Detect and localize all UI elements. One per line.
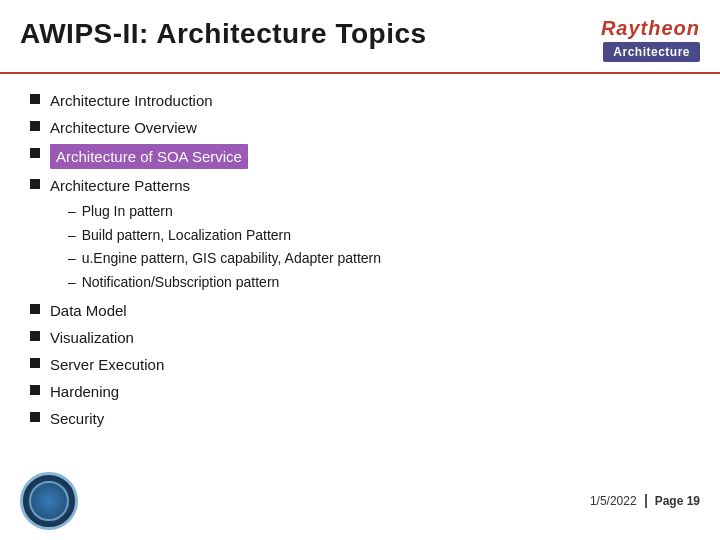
bullet-icon [30,358,40,368]
sub-list-item: u.Engine pattern, GIS capability, Adapte… [68,249,690,269]
list-item: Architecture Patterns [30,175,690,196]
list-item: Data Model [30,300,690,321]
bullet-icon [30,331,40,341]
main-bullet-list: Architecture Introduction Architecture O… [30,90,690,196]
list-item: Architecture Introduction [30,90,690,111]
architecture-badge: Architecture [603,42,700,62]
sub-bullet-list: Plug In pattern Build pattern, Localizat… [68,202,690,292]
seal-logo [20,472,78,530]
header: AWIPS-II: Architecture Topics Raytheon A… [0,0,720,74]
bullet-icon [30,385,40,395]
seal-inner [29,481,69,521]
sub-list-item: Notification/Subscription pattern [68,273,690,293]
bullet-icon [30,94,40,104]
raytheon-logo: Raytheon [601,18,700,38]
main-content: Architecture Introduction Architecture O… [0,74,720,445]
list-item: Visualization [30,327,690,348]
page-title: AWIPS-II: Architecture Topics [20,18,427,50]
sub-list-item: Plug In pattern [68,202,690,222]
footer-page: Page 19 [647,494,700,508]
bullet-icon [30,148,40,158]
sub-list-item: Build pattern, Localization Pattern [68,226,690,246]
lower-bullet-list: Data Model Visualization Server Executio… [30,300,690,429]
list-item: Security [30,408,690,429]
bullet-icon [30,304,40,314]
list-item-highlighted: Architecture of SOA Service [30,144,690,169]
logo-area: Raytheon Architecture [601,18,700,62]
bullet-icon [30,412,40,422]
list-item: Server Execution [30,354,690,375]
bullet-icon [30,121,40,131]
footer-date: 1/5/2022 [590,494,647,508]
list-item: Architecture Overview [30,117,690,138]
footer: 1/5/2022 Page 19 [20,472,700,530]
list-item: Hardening [30,381,690,402]
bullet-icon [30,179,40,189]
footer-info: 1/5/2022 Page 19 [590,494,700,508]
